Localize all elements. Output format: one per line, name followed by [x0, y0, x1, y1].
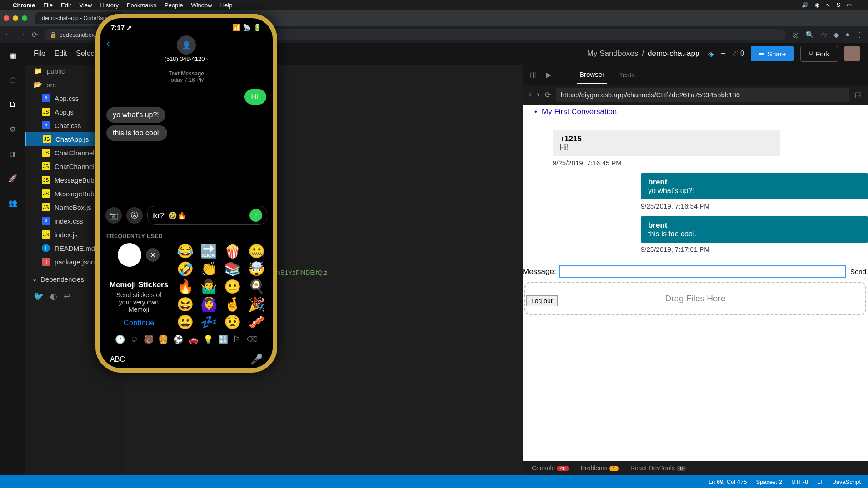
emoji-cat-flags-icon[interactable]: 🏳	[233, 334, 241, 344]
feedback-icon[interactable]: ↩	[64, 291, 70, 301]
like-count[interactable]: ♡ 0	[732, 50, 744, 58]
emoji-item[interactable]: 🍳	[248, 279, 266, 294]
emoji-cat-objects-icon[interactable]: 💡	[203, 334, 213, 344]
extension-icon[interactable]: ◆	[833, 30, 839, 39]
phone-message-bubble[interactable]: Hi!	[244, 89, 266, 105]
mac-menu-file[interactable]: File	[43, 2, 53, 9]
twitter-icon[interactable]: 🐦	[34, 291, 44, 301]
diamond-icon[interactable]: ◈	[708, 50, 714, 58]
live-icon[interactable]: 👥	[6, 196, 19, 209]
mac-menu-chrome[interactable]: Chrome	[13, 2, 35, 9]
emoji-item[interactable]: 🤞	[224, 296, 242, 312]
profile-icon[interactable]: ●	[845, 30, 850, 39]
memoji-avatar[interactable]	[118, 243, 141, 267]
browser-menu-icon[interactable]: ⋮	[856, 30, 863, 39]
emoji-item[interactable]: 🤐	[248, 243, 266, 259]
abc-button[interactable]: ABC	[110, 355, 125, 364]
drag-files-zone[interactable]: Drag Files Here	[524, 282, 866, 315]
emoji-cat-food-icon[interactable]: 🍔	[158, 334, 168, 344]
message-input[interactable]	[559, 265, 846, 278]
share-button[interactable]: ➦ Share	[751, 46, 794, 61]
preview-url-input[interactable]	[556, 88, 849, 102]
emoji-cat-travel-icon[interactable]: 🚗	[188, 334, 198, 344]
emoji-item[interactable]: 😀	[177, 314, 195, 330]
memoji-close-icon[interactable]: ✕	[146, 248, 160, 262]
fork-button[interactable]: ⑂ Fork	[800, 46, 838, 62]
status-spaces[interactable]: Spaces: 2	[756, 478, 782, 485]
emoji-item[interactable]: 🔜	[200, 243, 219, 259]
status-eol[interactable]: LF	[817, 478, 824, 485]
settings-icon[interactable]: ⚙	[6, 123, 19, 135]
layout-icon[interactable]: ◫	[530, 70, 537, 79]
preview-forward-icon[interactable]: ›	[537, 90, 539, 99]
phone-home-indicator[interactable]	[157, 371, 216, 373]
emoji-item[interactable]: 🥓	[248, 314, 266, 330]
tab-problems[interactable]: Problems1	[581, 464, 619, 472]
emoji-item[interactable]: 😂	[177, 243, 195, 259]
browser-back-icon[interactable]: ←	[5, 30, 12, 39]
phone-contact-number[interactable]: (518) 348-4120	[100, 55, 273, 62]
memoji-continue-button[interactable]: Continue	[106, 319, 171, 328]
emoji-item[interactable]: 🤷‍♂️	[200, 279, 219, 294]
tab-tests[interactable]: Tests	[616, 66, 638, 83]
mac-menu-history[interactable]: History	[100, 2, 118, 9]
emoji-item[interactable]: 😆	[177, 296, 195, 312]
phone-back-icon[interactable]: ‹	[106, 36, 110, 50]
window-traffic-lights[interactable]	[4, 15, 27, 21]
mac-menu-help[interactable]: Help	[220, 2, 233, 9]
emoji-item[interactable]: 💤	[200, 314, 219, 330]
mac-menu-edit[interactable]: Edit	[61, 2, 71, 9]
breadcrumb-current[interactable]: demo-chat-app	[648, 49, 699, 58]
mac-menu-people[interactable]: People	[165, 2, 183, 9]
tab-browser[interactable]: Browser	[577, 66, 607, 84]
explorer-icon[interactable]: ⬡	[6, 74, 19, 86]
github-social-icon[interactable]: ◐	[50, 291, 57, 301]
emoji-cat-recent-icon[interactable]: 🕐	[115, 334, 125, 344]
preview-reload-icon[interactable]: ⟳	[545, 90, 551, 99]
emoji-item[interactable]: 🔥	[177, 279, 195, 294]
camera-icon[interactable]: 📷	[105, 207, 122, 224]
emoji-cat-activity-icon[interactable]: ⚽	[173, 334, 183, 344]
phone-message-input[interactable]: ikr?! 🤣🔥 ↑	[147, 206, 267, 225]
mac-menu-bookmarks[interactable]: Bookmarks	[127, 2, 156, 9]
emoji-cat-symbols-icon[interactable]: 🔣	[218, 334, 228, 344]
files-icon[interactable]: 🗋	[6, 98, 19, 111]
tab-react-devtools[interactable]: React DevTools0	[630, 464, 686, 472]
mic-icon[interactable]: 🎤	[250, 354, 263, 365]
phone-message-bubble[interactable]: yo what's up?!	[106, 107, 165, 123]
emoji-item[interactable]: 📚	[224, 261, 242, 277]
user-avatar[interactable]	[844, 46, 860, 61]
tab-console[interactable]: Console48	[532, 464, 569, 472]
phone-contact-avatar[interactable]: 👤	[177, 35, 196, 55]
mac-menu-window[interactable]: Window	[191, 2, 212, 9]
emoji-item[interactable]: 🎉	[248, 296, 266, 312]
emoji-item[interactable]: 😐	[224, 279, 242, 294]
emoji-item[interactable]: 🤣	[177, 261, 195, 277]
browser-forward-icon[interactable]: →	[18, 30, 25, 39]
new-window-icon[interactable]: ▶	[546, 70, 551, 79]
screen-icon[interactable]: ▭	[847, 2, 852, 8]
status-cursor-pos[interactable]: Ln 69, Col 475	[708, 478, 747, 485]
add-sandbox-icon[interactable]: +	[720, 49, 726, 59]
app-menu-file[interactable]: File	[34, 50, 45, 58]
zoom-icon[interactable]: 🔍	[805, 30, 814, 39]
phone-message-bubble[interactable]: this is too cool.	[106, 125, 167, 141]
mac-menu-view[interactable]: View	[79, 2, 92, 9]
emoji-cat-smileys-icon[interactable]: ☺	[130, 334, 138, 344]
volume-icon[interactable]: 🔊	[802, 2, 808, 8]
more-icon[interactable]: ⋯	[560, 70, 568, 79]
browser-reload-icon[interactable]: ⟳	[32, 30, 38, 39]
emoji-item[interactable]: 😟	[224, 314, 242, 330]
emoji-item[interactable]: 👏	[200, 261, 219, 277]
sandbox-info-icon[interactable]: ▦	[6, 49, 19, 62]
preview-popout-icon[interactable]: ◳	[855, 90, 862, 99]
preview-back-icon[interactable]: ‹	[529, 90, 531, 99]
menu-dots-icon[interactable]: ⋯	[858, 2, 863, 8]
target-icon[interactable]: ◎	[793, 30, 799, 39]
status-encoding[interactable]: UTF-8	[791, 478, 808, 485]
wifi-icon[interactable]: ◉	[815, 2, 819, 8]
deploy-icon[interactable]: 🚀	[6, 172, 19, 184]
emoji-cat-animals-icon[interactable]: 🐻	[144, 334, 154, 344]
star-icon[interactable]: ☆	[821, 30, 827, 39]
app-menu-edit[interactable]: Edit	[55, 50, 67, 58]
